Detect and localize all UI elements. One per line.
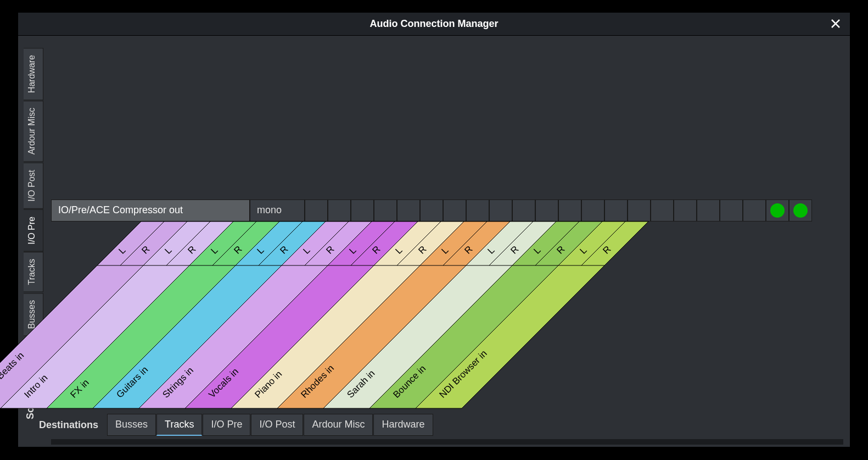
- matrix-cell[interactable]: [604, 199, 628, 221]
- matrix-cell[interactable]: [743, 199, 766, 221]
- close-icon[interactable]: [829, 17, 842, 30]
- matrix-cell[interactable]: [351, 199, 374, 221]
- matrix-cell[interactable]: [512, 199, 535, 221]
- source-channel[interactable]: mono: [250, 199, 305, 221]
- matrix-cell[interactable]: [581, 199, 604, 221]
- source-tab-hardware[interactable]: Hardware: [24, 48, 43, 100]
- connection-matrix-row: [305, 199, 812, 221]
- source-tab-tracks[interactable]: Tracks: [24, 252, 43, 292]
- audio-connection-manager-window: Audio Connection Manager HardwareArdour …: [18, 12, 850, 447]
- source-tab-io-post[interactable]: I/O Post: [24, 163, 43, 209]
- destinations-axis-label: Destinations: [39, 419, 98, 431]
- source-port-name[interactable]: IO/Pre/ACE Compressor out: [51, 199, 250, 221]
- dest-tab-busses[interactable]: Busses: [107, 414, 156, 436]
- matrix-cell[interactable]: [558, 199, 581, 221]
- dest-tab-io-post[interactable]: I/O Post: [251, 414, 303, 436]
- matrix-cell[interactable]: [420, 199, 443, 221]
- source-tabs: HardwareArdour MiscI/O PostI/O PreTracks…: [24, 48, 43, 336]
- matrix-cell[interactable]: [443, 199, 466, 221]
- titlebar: Audio Connection Manager: [18, 13, 850, 36]
- content-area: HardwareArdour MiscI/O PostI/O PreTracks…: [18, 36, 850, 447]
- matrix-cell[interactable]: [535, 199, 558, 221]
- dest-tab-tracks[interactable]: Tracks: [156, 414, 202, 436]
- source-row: IO/Pre/ACE Compressor out mono: [51, 199, 305, 221]
- destination-tabs-row: Destinations BussesTracksI/O PreI/O Post…: [39, 414, 433, 436]
- matrix-cell[interactable]: [397, 199, 420, 221]
- matrix-cell[interactable]: [766, 199, 789, 221]
- matrix-cell[interactable]: [789, 199, 812, 221]
- matrix-cell[interactable]: [489, 199, 512, 221]
- dest-tab-hardware[interactable]: Hardware: [373, 414, 433, 436]
- dest-tab-io-pre[interactable]: I/O Pre: [203, 414, 250, 436]
- matrix-cell[interactable]: [674, 199, 697, 221]
- matrix-cell[interactable]: [466, 199, 489, 221]
- matrix-cell[interactable]: [651, 199, 674, 221]
- matrix-cell[interactable]: [305, 199, 328, 221]
- source-tab-ardour-misc[interactable]: Ardour Misc: [24, 101, 43, 162]
- destination-tabs: BussesTracksI/O PreI/O PostArdour MiscHa…: [107, 414, 433, 436]
- matrix-cell[interactable]: [328, 199, 351, 221]
- source-tab-io-pre[interactable]: I/O Pre: [24, 209, 43, 252]
- matrix-cell[interactable]: [374, 199, 397, 221]
- destination-headers: Audio Beats inLRIntro inLRFX inLRGuitars…: [141, 221, 653, 408]
- matrix-cell[interactable]: [628, 199, 651, 221]
- matrix-cell[interactable]: [697, 199, 720, 221]
- dest-tab-ardour-misc[interactable]: Ardour Misc: [304, 414, 373, 436]
- matrix-cell[interactable]: [720, 199, 743, 221]
- window-title: Audio Connection Manager: [370, 18, 499, 30]
- horizontal-scrollbar[interactable]: [51, 439, 843, 445]
